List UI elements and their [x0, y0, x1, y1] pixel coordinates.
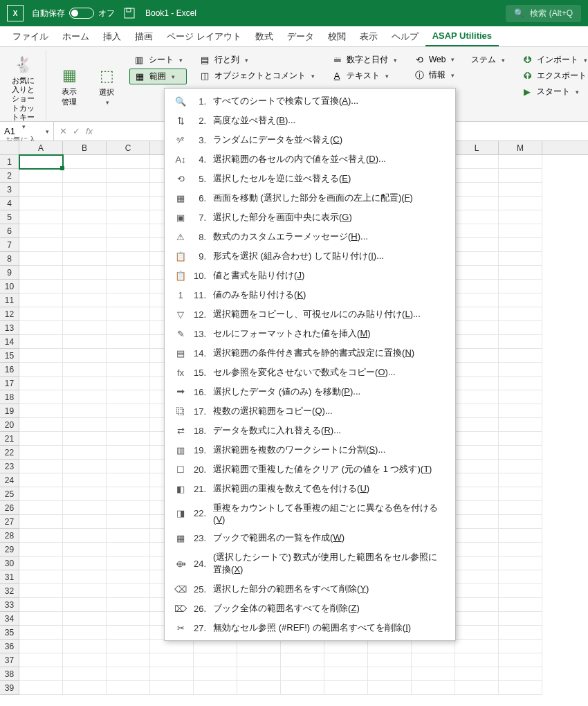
cell[interactable] [19, 556, 63, 570]
cell[interactable] [455, 598, 499, 612]
cell[interactable] [499, 335, 542, 349]
cell[interactable] [455, 280, 499, 293]
cell[interactable] [455, 321, 499, 335]
cell[interactable] [107, 626, 150, 640]
cell[interactable] [19, 432, 63, 446]
cell[interactable] [63, 307, 107, 321]
cell[interactable] [19, 404, 63, 418]
cell[interactable] [368, 667, 412, 681]
cell[interactable] [150, 681, 194, 695]
cell[interactable] [499, 363, 542, 377]
cell[interactable] [19, 377, 63, 390]
cell[interactable] [499, 543, 542, 556]
menu-item-6[interactable]: ▦6.画面を移動 (選択した部分を画面の左上に配置)(F) [165, 188, 455, 208]
cell[interactable] [63, 584, 107, 598]
menu-item-22[interactable]: ◨22.重複をカウントして各重複の組ごとに異なる色を付ける(V) [165, 498, 455, 528]
cell[interactable] [324, 681, 368, 695]
menu-item-15[interactable]: fx15.セル参照を変化させないで数式をコピー(O)... [165, 363, 455, 382]
cell[interactable] [455, 501, 499, 515]
cell[interactable] [19, 667, 63, 681]
cell[interactable] [107, 266, 150, 280]
row-header[interactable]: 19 [0, 404, 19, 418]
menu-item-21[interactable]: ◧21.選択範囲の重複を数えて色を付ける(U) [165, 479, 455, 498]
tab-1[interactable]: ホーム [55, 26, 96, 46]
cell[interactable] [107, 515, 150, 529]
cell[interactable] [455, 418, 499, 432]
cell[interactable] [63, 640, 107, 653]
cell[interactable] [107, 155, 150, 169]
cell[interactable] [107, 210, 150, 224]
cell[interactable] [455, 197, 499, 210]
cell[interactable] [63, 210, 107, 224]
cell[interactable] [107, 321, 150, 335]
cell[interactable] [499, 280, 542, 293]
menu-item-11[interactable]: 111.値のみを貼り付ける(K) [165, 285, 455, 305]
column-header[interactable]: C [107, 141, 150, 154]
row-header[interactable]: 39 [0, 681, 19, 695]
row-header[interactable]: 1 [0, 155, 19, 169]
cell[interactable] [499, 293, 542, 307]
cell[interactable] [455, 266, 499, 280]
cell[interactable] [455, 183, 499, 197]
cell[interactable] [107, 183, 150, 197]
cell[interactable] [455, 460, 499, 473]
cell[interactable] [107, 640, 150, 653]
row-header[interactable]: 4 [0, 197, 19, 210]
cell[interactable] [19, 446, 63, 460]
cell[interactable] [19, 681, 63, 695]
row-header[interactable]: 32 [0, 584, 19, 598]
row-header[interactable]: 14 [0, 335, 19, 349]
row-header[interactable]: 9 [0, 266, 19, 280]
cell[interactable] [107, 432, 150, 446]
cell[interactable] [150, 667, 194, 681]
cell[interactable] [19, 238, 63, 252]
cell[interactable] [63, 473, 107, 487]
row-header[interactable]: 5 [0, 210, 19, 224]
menu-item-12[interactable]: ▽12.選択範囲をコピーし、可視セルにのみ貼り付け(L)... [165, 305, 455, 324]
row-header[interactable]: 31 [0, 570, 19, 584]
cell[interactable] [107, 390, 150, 404]
menu-item-19[interactable]: ▥19.選択範囲を複数のワークシートに分割(S)... [165, 440, 455, 460]
cell[interactable] [19, 515, 63, 529]
cell[interactable] [107, 404, 150, 418]
cell[interactable] [63, 404, 107, 418]
cell[interactable] [19, 321, 63, 335]
numdate-button[interactable]: ⩸数字と日付▾ [327, 53, 401, 67]
cell[interactable] [412, 653, 455, 667]
row-header[interactable]: 21 [0, 432, 19, 446]
cell[interactable] [19, 280, 63, 293]
cell[interactable] [455, 515, 499, 529]
cell[interactable] [281, 653, 324, 667]
cell[interactable] [237, 653, 281, 667]
cell[interactable] [324, 667, 368, 681]
row-header[interactable]: 8 [0, 252, 19, 266]
cell[interactable] [107, 681, 150, 695]
row-header[interactable]: 17 [0, 377, 19, 390]
menu-item-26[interactable]: ⌦26.ブック全体の範囲名すべてを削除(Z) [165, 599, 455, 618]
cell[interactable] [107, 335, 150, 349]
cell[interactable] [63, 529, 107, 543]
cell[interactable] [19, 224, 63, 238]
cell[interactable] [499, 321, 542, 335]
cell[interactable] [368, 681, 412, 695]
cell[interactable] [499, 155, 542, 169]
row-header[interactable]: 24 [0, 473, 19, 487]
cell[interactable] [63, 418, 107, 432]
cell[interactable] [19, 653, 63, 667]
cell[interactable] [63, 252, 107, 266]
cell[interactable] [63, 626, 107, 640]
cell[interactable] [63, 515, 107, 529]
column-header[interactable]: A [19, 141, 63, 154]
cell[interactable] [107, 501, 150, 515]
cell[interactable] [63, 363, 107, 377]
cell[interactable] [499, 473, 542, 487]
cell[interactable] [63, 266, 107, 280]
cell[interactable] [107, 612, 150, 626]
range-button[interactable]: ▦範囲▾ [129, 69, 187, 84]
cell[interactable] [499, 570, 542, 584]
row-header[interactable]: 20 [0, 418, 19, 432]
start-button[interactable]: ▶スタート▾ [517, 84, 588, 99]
menu-item-10[interactable]: 📋10.値と書式を貼り付け(J) [165, 266, 455, 285]
cell[interactable] [63, 321, 107, 335]
tab-8[interactable]: 表示 [353, 26, 385, 46]
